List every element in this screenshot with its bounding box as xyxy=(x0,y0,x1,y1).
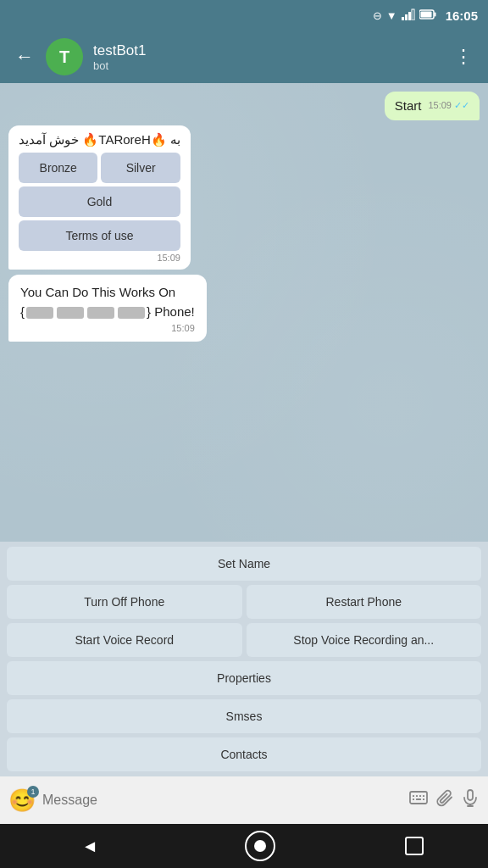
attach-icon[interactable] xyxy=(435,788,454,812)
svg-rect-7 xyxy=(410,792,427,804)
reply-row-3: Start Voice Record Stop Voice Recording … xyxy=(7,623,481,657)
emoji-button[interactable]: 😊 1 xyxy=(8,787,36,814)
navigation-bar: ◄ xyxy=(0,824,488,868)
svg-rect-9 xyxy=(416,795,418,797)
redacted-2 xyxy=(57,307,84,319)
message-time: 15:09 xyxy=(157,253,180,263)
avatar: T xyxy=(46,38,83,75)
back-nav-button[interactable]: ◄ xyxy=(64,830,115,863)
svg-rect-6 xyxy=(420,11,431,17)
start-voice-record-button[interactable]: Start Voice Record xyxy=(7,623,242,657)
back-button[interactable]: ← xyxy=(8,39,41,75)
chat-header: ← T testBot1 bot ⋮ xyxy=(0,31,488,83)
properties-button[interactable]: Properties xyxy=(7,661,481,695)
message-out-start: Start 15:09 ✓✓ xyxy=(385,92,480,120)
svg-rect-13 xyxy=(416,798,421,800)
home-circle-fill xyxy=(254,840,266,852)
turn-off-phone-button[interactable]: Turn Off Phone xyxy=(7,585,242,619)
redacted-3 xyxy=(87,307,114,319)
contact-name: testBot1 xyxy=(93,42,447,59)
message-time: 15:09 ✓✓ xyxy=(428,100,469,111)
svg-rect-5 xyxy=(434,12,435,16)
chat-area: Start 15:09 ✓✓ به 🔥HeroRAT🔥 خوش آمدید Br… xyxy=(0,83,488,542)
inline-row-3: Terms of use xyxy=(19,220,180,251)
message-in-works: You Can Do This Works On {} Phone! 15:09 xyxy=(8,275,207,342)
header-info: testBot1 bot xyxy=(93,42,447,72)
inline-row-1: Bronze Silver xyxy=(19,153,180,183)
gold-button[interactable]: Gold xyxy=(19,186,180,217)
reply-row-4: Properties xyxy=(7,661,481,695)
reply-row-1: Set Name xyxy=(7,547,481,581)
message-text: Start xyxy=(395,98,422,113)
herorat-text: به 🔥HeroRAT🔥 خوش آمدید xyxy=(19,132,180,147)
restart-phone-button[interactable]: Restart Phone xyxy=(247,585,482,619)
mute-icon: ⊖ xyxy=(373,9,382,22)
svg-rect-10 xyxy=(419,795,421,797)
redacted-4 xyxy=(118,307,145,319)
terms-button[interactable]: Terms of use xyxy=(19,220,180,251)
svg-rect-0 xyxy=(402,17,404,20)
svg-rect-12 xyxy=(413,798,414,800)
message-in-herorat: به 🔥HeroRAT🔥 خوش آمدید Bronze Silver Gol… xyxy=(8,125,191,270)
svg-rect-11 xyxy=(423,795,424,797)
silver-button[interactable]: Silver xyxy=(101,153,180,183)
svg-rect-8 xyxy=(413,795,414,797)
reply-row-6: Contacts xyxy=(7,737,481,771)
svg-rect-1 xyxy=(405,14,408,20)
home-nav-button[interactable] xyxy=(245,831,275,861)
more-button[interactable]: ⋮ xyxy=(447,39,480,75)
signal-icon xyxy=(402,8,415,23)
inline-keyboard: Bronze Silver Gold Terms of use xyxy=(19,153,180,251)
svg-rect-3 xyxy=(412,9,414,20)
reply-row-2: Turn Off Phone Restart Phone xyxy=(7,585,481,619)
status-time: 16:05 xyxy=(446,8,478,23)
mic-icon[interactable] xyxy=(461,788,480,812)
works-text: You Can Do This Works On {} Phone! xyxy=(20,283,195,321)
smses-button[interactable]: Smses xyxy=(7,699,481,733)
keyboard-icon[interactable] xyxy=(408,787,429,813)
wifi-icon: ▼ xyxy=(386,9,397,22)
message-input-bar: 😊 1 xyxy=(0,776,488,824)
bronze-button[interactable]: Bronze xyxy=(19,153,97,183)
battery-icon xyxy=(419,9,436,22)
status-bar: ⊖ ▼ 16:05 xyxy=(0,0,488,31)
redacted-1 xyxy=(26,307,53,319)
message-time: 15:09 xyxy=(171,323,195,333)
message-tick: ✓✓ xyxy=(454,100,469,110)
contacts-button[interactable]: Contacts xyxy=(7,737,481,771)
contact-status: bot xyxy=(93,59,447,72)
svg-rect-15 xyxy=(468,790,473,800)
svg-rect-14 xyxy=(423,798,424,800)
message-input[interactable] xyxy=(42,793,402,808)
set-name-button[interactable]: Set Name xyxy=(7,547,481,581)
status-icons: ⊖ ▼ 16:05 xyxy=(373,8,478,23)
stop-voice-recording-button[interactable]: Stop Voice Recording an... xyxy=(247,623,482,657)
recent-nav-button[interactable] xyxy=(405,837,424,855)
reply-keyboard: Set Name Turn Off Phone Restart Phone St… xyxy=(0,542,488,776)
reply-row-5: Smses xyxy=(7,699,481,733)
inline-row-2: Gold xyxy=(19,186,180,217)
emoji-badge: 1 xyxy=(27,786,39,798)
svg-rect-2 xyxy=(408,12,411,20)
